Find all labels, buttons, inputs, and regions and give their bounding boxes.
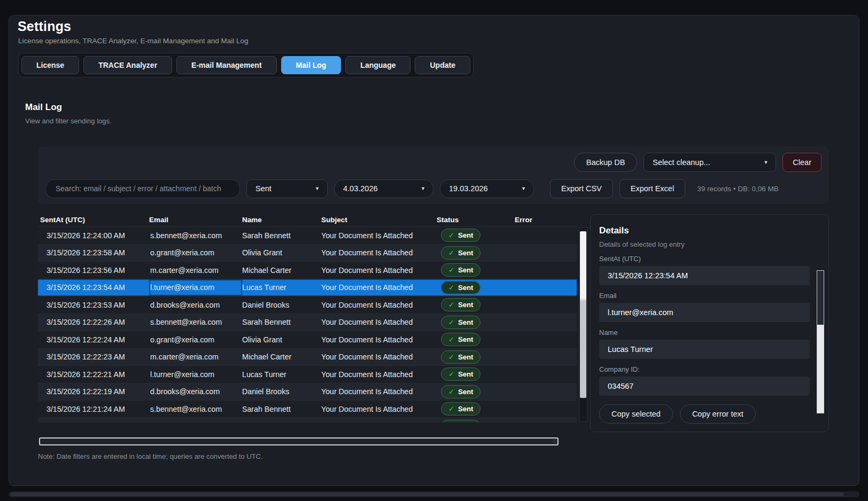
cell-sentat[interactable]: 3/15/2026 12:22:26 AM: [40, 314, 149, 331]
cell-email[interactable]: s.bennett@xeria.com: [149, 314, 242, 331]
cell-subject[interactable]: Your Document Is Attached: [321, 227, 437, 244]
cell-sentat[interactable]: 3/15/2026 12:22:24 AM: [40, 331, 149, 348]
table-row[interactable]: 3/15/2026 12:21:22 AMm.carter@xeria.comM…: [38, 418, 577, 423]
table-row[interactable]: 3/15/2026 12:22:21 AMl.turner@xeria.comL…: [38, 366, 577, 383]
cell-sentat[interactable]: 3/15/2026 12:23:56 AM: [40, 262, 149, 279]
export-csv-button[interactable]: Export CSV: [550, 179, 613, 198]
cell-email[interactable]: s.bennett@xeria.com: [149, 227, 242, 244]
cell-subject[interactable]: Your Document Is Attached: [321, 245, 437, 262]
cell-status[interactable]: ✓Sent: [437, 245, 515, 262]
column-header[interactable]: SentAt (UTC): [40, 216, 149, 224]
cell-name[interactable]: Michael Carter: [242, 262, 321, 279]
cell-status[interactable]: ✓Sent: [437, 227, 515, 244]
details-vertical-scrollbar[interactable]: [817, 270, 824, 413]
cell-name[interactable]: Sarah Bennett: [242, 227, 321, 244]
column-header[interactable]: Error: [515, 216, 577, 224]
search-input[interactable]: [45, 179, 240, 198]
column-header[interactable]: Subject: [321, 216, 437, 224]
copy-selected-button[interactable]: Copy selected: [599, 404, 673, 424]
table-row[interactable]: 3/15/2026 12:24:00 AMs.bennett@xeria.com…: [38, 227, 577, 245]
cell-status[interactable]: ✓Sent: [437, 349, 515, 366]
cell-subject[interactable]: Your Document Is Attached: [321, 314, 437, 331]
cell-error[interactable]: [515, 296, 577, 314]
column-header[interactable]: Status: [437, 216, 515, 224]
cell-error[interactable]: [515, 418, 577, 423]
cell-status[interactable]: ✓Sent: [437, 296, 515, 314]
cell-email[interactable]: m.carter@xeria.com: [149, 349, 242, 366]
column-header[interactable]: Name: [242, 216, 321, 224]
cell-email[interactable]: l.turner@xeria.com: [149, 366, 242, 383]
window-horizontal-scrollbar[interactable]: [9, 491, 859, 497]
status-filter-select[interactable]: Sent ▼: [246, 179, 328, 198]
scrollbar-thumb[interactable]: [10, 492, 844, 496]
table-row[interactable]: 3/15/2026 12:22:23 AMm.carter@xeria.comM…: [38, 349, 577, 366]
scrollbar-thumb[interactable]: [41, 439, 553, 444]
tab-e-mail-management[interactable]: E-mail Management: [176, 56, 276, 74]
cell-subject[interactable]: Your Document Is Attached: [321, 279, 437, 296]
cell-status[interactable]: ✓Sent: [437, 366, 515, 383]
cell-sentat[interactable]: 3/15/2026 12:22:23 AM: [40, 349, 149, 366]
table-row[interactable]: 3/15/2026 12:22:24 AMo.grant@xeria.comOl…: [38, 331, 577, 349]
tab-update[interactable]: Update: [415, 56, 470, 74]
cell-error[interactable]: [515, 349, 577, 366]
cell-name[interactable]: Daniel Brooks: [242, 383, 321, 401]
cell-email[interactable]: m.carter@xeria.com: [149, 418, 242, 423]
cell-sentat[interactable]: 3/15/2026 12:21:24 AM: [40, 401, 149, 418]
cell-name[interactable]: Sarah Bennett: [242, 401, 321, 418]
table-horizontal-scrollbar[interactable]: [39, 437, 559, 445]
cell-email[interactable]: l.turner@xeria.com: [149, 279, 242, 296]
copy-error-text-button[interactable]: Copy error text: [680, 404, 756, 424]
scrollbar-thumb[interactable]: [817, 325, 824, 413]
tab-language[interactable]: Language: [345, 56, 410, 74]
cell-error[interactable]: [515, 331, 577, 348]
cell-subject[interactable]: Your Document Is Attached: [321, 366, 437, 383]
table-row[interactable]: 3/15/2026 12:23:54 AMl.turner@xeria.comL…: [38, 279, 577, 297]
cell-sentat[interactable]: 3/15/2026 12:24:00 AM: [40, 227, 149, 244]
cell-name[interactable]: Sarah Bennett: [242, 314, 321, 331]
cell-sentat[interactable]: 3/15/2026 12:23:58 AM: [40, 245, 149, 262]
cell-email[interactable]: s.bennett@xeria.com: [149, 401, 242, 418]
date-from-picker[interactable]: 4.03.2026 ▼: [334, 179, 433, 198]
cell-email[interactable]: d.brooks@xeria.com: [149, 383, 242, 401]
cell-subject[interactable]: Your Document Is Attached: [321, 418, 437, 423]
table-row[interactable]: 3/15/2026 12:22:26 AMs.bennett@xeria.com…: [38, 314, 577, 332]
table-row[interactable]: 3/15/2026 12:23:56 AMm.carter@xeria.comM…: [38, 262, 577, 279]
cell-name[interactable]: Olivia Grant: [242, 331, 321, 348]
cell-status[interactable]: ✓Sent: [437, 383, 515, 401]
cell-status[interactable]: ✓Sent: [437, 314, 515, 331]
cell-sentat[interactable]: 3/15/2026 12:23:54 AM: [40, 279, 149, 296]
cell-email[interactable]: o.grant@xeria.com: [149, 245, 242, 262]
tab-license[interactable]: License: [21, 56, 79, 74]
cell-subject[interactable]: Your Document Is Attached: [321, 331, 437, 348]
clear-button[interactable]: Clear: [782, 153, 821, 172]
cell-name[interactable]: Olivia Grant: [242, 245, 321, 262]
date-to-picker[interactable]: 19.03.2026 ▼: [440, 179, 534, 198]
table-row[interactable]: 3/15/2026 12:21:24 AMs.bennett@xeria.com…: [38, 401, 577, 418]
tab-trace-analyzer[interactable]: TRACE Analyzer: [83, 56, 172, 74]
cell-subject[interactable]: Your Document Is Attached: [321, 383, 437, 401]
table-row[interactable]: 3/15/2026 12:23:58 AMo.grant@xeria.comOl…: [38, 245, 577, 262]
cleanup-select[interactable]: Select cleanup... ▼: [644, 153, 776, 172]
export-excel-button[interactable]: Export Excel: [619, 179, 685, 198]
cell-subject[interactable]: Your Document Is Attached: [321, 296, 437, 314]
table-row[interactable]: 3/15/2026 12:23:53 AMd.brooks@xeria.comD…: [38, 296, 577, 314]
cell-name[interactable]: Michael Carter: [242, 349, 321, 366]
cell-error[interactable]: [515, 262, 577, 279]
cell-email[interactable]: d.brooks@xeria.com: [149, 296, 242, 314]
cell-email[interactable]: m.carter@xeria.com: [149, 262, 242, 279]
cell-name[interactable]: Daniel Brooks: [242, 296, 321, 314]
cell-status[interactable]: ✓Sent: [437, 331, 515, 348]
field-value[interactable]: l.turner@xeria.com: [599, 303, 810, 322]
field-value[interactable]: 034567: [599, 377, 810, 396]
cell-sentat[interactable]: 3/15/2026 12:23:53 AM: [40, 296, 149, 314]
table-row[interactable]: 3/15/2026 12:22:19 AMd.brooks@xeria.comD…: [38, 383, 577, 401]
cell-error[interactable]: [515, 245, 577, 262]
cell-status[interactable]: ✓Sent: [437, 279, 515, 296]
cell-error[interactable]: [515, 314, 577, 331]
cell-status[interactable]: ✓Sent: [437, 401, 515, 418]
cell-error[interactable]: [515, 227, 577, 244]
backup-db-button[interactable]: Backup DB: [574, 153, 638, 172]
cell-sentat[interactable]: 3/15/2026 12:22:21 AM: [40, 366, 149, 383]
cell-name[interactable]: Michael Carter: [242, 418, 321, 423]
cell-email[interactable]: o.grant@xeria.com: [149, 331, 242, 348]
